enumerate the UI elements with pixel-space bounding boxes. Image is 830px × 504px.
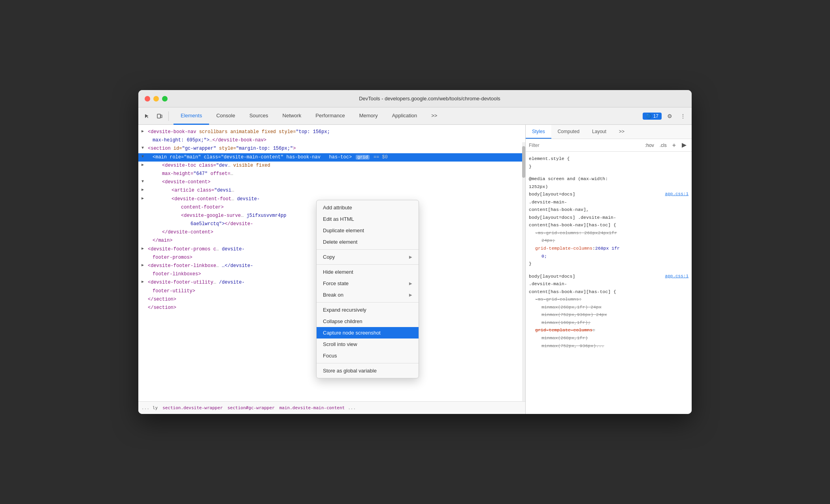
- style-prop-strikethrough-2: grid-template-columns:: [529, 326, 689, 334]
- tab-styles-more[interactable]: >>: [613, 125, 631, 139]
- styles-tabs: Styles Computed Layout >>: [526, 125, 692, 139]
- style-selector: content[has-book-nav][has-toc] {: [529, 288, 689, 296]
- menu-store-global[interactable]: Store as global variable: [317, 365, 419, 376]
- style-selector: 1252px): [529, 183, 689, 191]
- menu-focus[interactable]: Focus: [317, 350, 419, 361]
- style-selector: @media screen and (max-width:: [529, 175, 689, 183]
- cls-button[interactable]: .cls: [658, 142, 668, 149]
- tab-sources[interactable]: Sources: [242, 107, 275, 125]
- menu-collapse[interactable]: Collapse children: [317, 316, 419, 327]
- dom-line-selected[interactable]: ▼ <main role="main" class="devsite-main-…: [138, 153, 525, 162]
- dom-line[interactable]: max-height="647" offset=…: [138, 170, 525, 178]
- more-options-icon[interactable]: ⋮: [677, 111, 689, 122]
- menu-edit-html[interactable]: Edit as HTML: [317, 213, 419, 225]
- tab-console[interactable]: Console: [209, 107, 242, 125]
- style-prop-strikethrough: 24px;: [529, 237, 689, 244]
- expand-arrow: ▶: [141, 128, 144, 135]
- hov-button[interactable]: :hov: [643, 142, 656, 149]
- close-button[interactable]: [145, 96, 150, 102]
- style-selector: body[layout=docs] app.css:1: [529, 273, 689, 280]
- menu-capture-screenshot[interactable]: Capture node screenshot: [317, 327, 419, 339]
- menu-break-on[interactable]: Break on ▶: [317, 289, 419, 301]
- menu-hide[interactable]: Hide element: [317, 266, 419, 278]
- style-brace: }: [529, 260, 689, 268]
- dom-line[interactable]: ▶ <devsite-toc class="dev… visible fixed: [138, 162, 525, 170]
- breadcrumb-ellipsis[interactable]: ...: [141, 405, 149, 410]
- breadcrumb-item[interactable]: ly: [151, 405, 159, 410]
- dom-line[interactable]: ▼ <section id="gc-wrapper" style="margin…: [138, 145, 525, 153]
- tab-elements[interactable]: Elements: [174, 107, 209, 125]
- tab-computed[interactable]: Computed: [551, 125, 586, 139]
- style-prop-cont: 0;: [529, 252, 689, 260]
- style-selector: body[layout=docs] .devsite-main-: [529, 214, 689, 222]
- context-menu: Add attribute Edit as HTML Duplicate ele…: [316, 200, 419, 378]
- breadcrumb-ellipsis-end[interactable]: ...: [348, 405, 356, 410]
- notification-badge[interactable]: 🔵 17: [643, 113, 662, 120]
- menu-force-state[interactable]: Force state ▶: [317, 278, 419, 289]
- devtools-window: DevTools - developers.google.com/web/too…: [138, 90, 692, 414]
- style-rule-2: body[layout=docs] app.css:1 .devsite-mai…: [529, 273, 689, 350]
- style-rule-media: @media screen and (max-width: 1252px) bo…: [529, 175, 689, 268]
- style-prop: grid-template-columns : 268px 1fr: [529, 244, 689, 252]
- svg-rect-1: [161, 115, 162, 118]
- menu-add-attribute[interactable]: Add attribute: [317, 202, 419, 213]
- style-selector: .devsite-main-: [529, 198, 689, 206]
- menu-scroll-into-view[interactable]: Scroll into view: [317, 339, 419, 350]
- tab-styles[interactable]: Styles: [526, 125, 551, 139]
- dom-line[interactable]: max-height: 695px;">…</devsite-book-nav>: [138, 136, 525, 145]
- styles-filter-input[interactable]: [529, 143, 641, 148]
- tab-layout[interactable]: Layout: [586, 125, 613, 139]
- menu-expand[interactable]: Expand recursively: [317, 304, 419, 316]
- style-selector: .devsite-main-: [529, 280, 689, 288]
- submenu-arrow-icon: ▶: [409, 255, 412, 259]
- styles-content: element.style { } @media screen and (max…: [526, 152, 692, 414]
- breadcrumb-item-wrapper[interactable]: section.devsite-wrapper: [161, 405, 224, 410]
- style-selector: content[has-book-nav][has-toc] {: [529, 221, 689, 229]
- add-style-button[interactable]: +: [671, 142, 677, 149]
- style-prop-strikethrough: -ms-grid-columns : 268px 24px 1fr: [529, 229, 689, 237]
- breadcrumb-bar: ... ly section.devsite-wrapper section#g…: [138, 401, 525, 414]
- breadcrumb-item-gc-wrapper[interactable]: section#gc-wrapper: [226, 405, 276, 410]
- source-link[interactable]: app.css:1: [665, 190, 689, 198]
- style-selector: content[has-book-nav],: [529, 206, 689, 214]
- menu-separator: [317, 363, 419, 363]
- style-prop-strikethrough: minmax(268px,1fr) 24px: [529, 303, 689, 311]
- dom-line[interactable]: ▶ <devsite-book-nav scrollbars animatabl…: [138, 128, 525, 136]
- submenu-arrow-icon: ▶: [409, 293, 412, 297]
- maximize-button[interactable]: [162, 96, 168, 102]
- minimize-button[interactable]: [153, 96, 159, 102]
- menu-copy[interactable]: Copy ▶: [317, 251, 419, 263]
- style-prop-strikethrough-2: minmax(752px, 936px)...: [529, 342, 689, 350]
- tab-network[interactable]: Network: [275, 107, 309, 125]
- tab-performance[interactable]: Performance: [308, 107, 352, 125]
- style-rule: element.style { }: [529, 155, 689, 170]
- dom-line[interactable]: ▼ <devsite-content>: [138, 178, 525, 186]
- dom-line[interactable]: ▶ <article class="devsi…: [138, 186, 525, 195]
- styles-more-icon[interactable]: [680, 141, 689, 150]
- tab-memory[interactable]: Memory: [352, 107, 385, 125]
- toolbar-right: 🔵 17 ⚙ ⋮: [643, 111, 689, 122]
- menu-delete[interactable]: Delete element: [317, 236, 419, 248]
- styles-filter-toolbar: :hov .cls +: [526, 139, 692, 152]
- expand-arrow: ▶: [141, 187, 144, 193]
- breadcrumb-item-main[interactable]: main.devsite-main-content: [278, 405, 347, 410]
- style-prop-strikethrough: minmax(160px,1fr);: [529, 319, 689, 327]
- menu-duplicate[interactable]: Duplicate element: [317, 225, 419, 236]
- expand-arrow: ▶: [141, 262, 144, 269]
- title-bar: DevTools - developers.google.com/web/too…: [138, 90, 692, 107]
- style-brace: }: [529, 163, 689, 171]
- expand-arrow: ▶: [141, 279, 144, 285]
- submenu-arrow-icon: ▶: [409, 281, 412, 286]
- device-toolbar-icon[interactable]: [154, 111, 165, 122]
- dom-scrollbar-thumb[interactable]: [522, 146, 525, 178]
- tab-more[interactable]: >>: [424, 107, 444, 125]
- dom-scrollbar[interactable]: [522, 142, 525, 401]
- toolbar-tabs: Elements Console Sources Network Perform…: [174, 107, 444, 125]
- source-link-2[interactable]: app.css:1: [665, 273, 689, 280]
- dom-panel: ▶ <devsite-book-nav scrollbars animatabl…: [138, 125, 526, 414]
- tab-application[interactable]: Application: [385, 107, 424, 125]
- settings-icon[interactable]: ⚙: [664, 111, 675, 122]
- toolbar-divider: [168, 111, 169, 121]
- inspect-element-icon[interactable]: [141, 111, 153, 122]
- menu-separator: [317, 264, 419, 265]
